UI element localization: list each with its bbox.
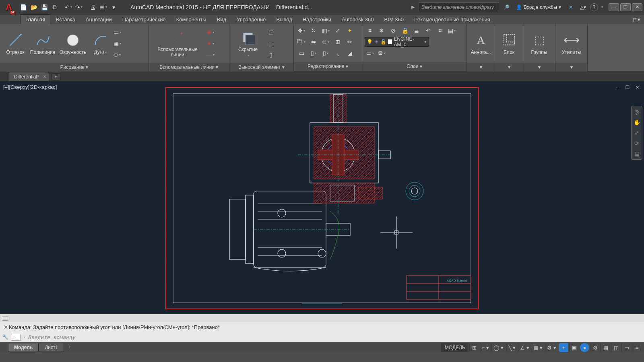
move-icon[interactable]: ✥▾: [296, 26, 307, 35]
command-input[interactable]: 🔧 ▷_ ▾ Введите команду: [0, 332, 644, 342]
array-icon[interactable]: ⊞: [332, 37, 343, 47]
panel-modify-title[interactable]: Редактирование ▾: [294, 62, 362, 71]
measure-button[interactable]: ⟷Утилиты: [558, 26, 585, 61]
annotation-monitor-icon[interactable]: ●: [580, 343, 589, 352]
selection-cycling-icon[interactable]: ▣: [569, 343, 579, 352]
panel-layers-title[interactable]: Слои ▾: [362, 62, 466, 71]
polyline-button[interactable]: Полилиния: [30, 26, 56, 61]
qat-plot-icon[interactable]: 🖨: [88, 2, 97, 12]
restore-button[interactable]: ❐: [620, 3, 631, 11]
fillet-icon[interactable]: ◟: [332, 48, 343, 58]
scale-icon[interactable]: ⤢: [332, 26, 343, 35]
layer-tools-icon[interactable]: ⚙▾: [376, 48, 387, 58]
vp-close-icon[interactable]: ✕: [634, 84, 641, 90]
tab-a360[interactable]: Autodesk 360: [336, 14, 379, 24]
break-icon[interactable]: ▯: [266, 50, 276, 60]
layer-state-icon[interactable]: ▤▾: [446, 26, 457, 35]
close-button[interactable]: ✕: [632, 3, 642, 11]
qat-more-icon[interactable]: ▾: [109, 2, 118, 12]
rectangle-icon[interactable]: ▭▾: [112, 27, 122, 37]
panel-construction-title[interactable]: Вспомогательные линии ▾: [149, 63, 229, 72]
vp-minimize-icon[interactable]: —: [614, 84, 621, 90]
layer-prop-icon[interactable]: ▭▾: [365, 48, 375, 58]
layout-tab-1[interactable]: Лист1: [39, 343, 64, 352]
qat-saveas-icon[interactable]: 🗎: [50, 2, 60, 12]
mirror2-icon[interactable]: ⇋: [308, 37, 319, 47]
otrack-icon[interactable]: ▦ ▾: [532, 343, 545, 352]
groups-button[interactable]: ⬚Группы: [526, 26, 553, 61]
doc-tab-add[interactable]: +: [52, 73, 60, 80]
qat-redo-icon[interactable]: ↷▾: [74, 2, 84, 12]
powertools-icon[interactable]: ✦: [345, 26, 355, 35]
exchange-icon[interactable]: ✕: [566, 2, 576, 12]
drawing-area[interactable]: [–][Сверху][2D-каркас] — ❐ ✕ ◎ ✋ ⤢ ⟳ ▤: [0, 82, 644, 314]
line-button[interactable]: Отрезок: [2, 26, 28, 61]
tab-insert[interactable]: Вставка: [50, 14, 80, 24]
layout-add-button[interactable]: +: [66, 343, 74, 351]
rotate-icon[interactable]: ↻: [308, 26, 319, 35]
cmd-close-icon[interactable]: ✕: [2, 324, 9, 330]
extend-icon[interactable]: ▯▾: [320, 48, 331, 58]
hardware-accel-icon[interactable]: ▤: [601, 343, 610, 352]
construction-button[interactable]: Вспомогательные линии: [151, 26, 204, 61]
layer-dropdown[interactable]: 💡 ☀ 🔓 ENGINE-AM_0 ▼: [365, 37, 429, 47]
erase-icon[interactable]: ✏: [345, 37, 355, 47]
tab-parametric[interactable]: Параметрические: [117, 14, 171, 24]
detail-view-icon[interactable]: ◫: [266, 27, 276, 37]
cline-ray-icon[interactable]: —▾: [205, 50, 216, 60]
tab-manage[interactable]: Управление: [231, 14, 271, 24]
layer-walk-icon[interactable]: ≡: [435, 26, 445, 35]
hatch-icon[interactable]: ▦▾: [112, 39, 122, 48]
model-space-button[interactable]: МОДЕЛЬ: [441, 343, 469, 352]
offset-icon[interactable]: ⊂▾: [320, 37, 331, 47]
nav-wheel-icon[interactable]: ◎: [634, 109, 639, 115]
tab-bim360[interactable]: BIM 360: [379, 14, 409, 24]
help-icon[interactable]: ?: [590, 3, 598, 11]
hide-button[interactable]: Скрытие▾: [232, 26, 264, 61]
dyn-input-icon[interactable]: +: [559, 343, 568, 352]
nav-zoom-icon[interactable]: ⤢: [634, 130, 639, 136]
tab-addins[interactable]: Надстройки: [297, 14, 336, 24]
grid-icon[interactable]: ⊞: [469, 343, 479, 352]
panel-detail-title[interactable]: Выносной элемент ▾: [229, 63, 293, 72]
signin-button[interactable]: 👤 Вход в службы ▾: [514, 4, 564, 10]
qat-new-icon[interactable]: 📄: [19, 2, 28, 12]
layer-prev-icon[interactable]: ↶: [423, 26, 433, 35]
qat-undo-icon[interactable]: ↶▾: [64, 2, 73, 12]
layer-freeze-icon[interactable]: ❄: [376, 26, 387, 35]
panel-draw-title[interactable]: Рисование ▾: [0, 63, 149, 72]
stretch-icon[interactable]: ▭: [296, 48, 307, 58]
tab-annotate[interactable]: Аннотации: [80, 14, 117, 24]
tab-output[interactable]: Вывод: [271, 14, 297, 24]
layer-iso-icon[interactable]: ≡: [365, 26, 375, 35]
model-tab[interactable]: Модель: [8, 343, 39, 352]
cmd-customize-icon[interactable]: 🔧: [2, 334, 8, 340]
qat-preview-icon[interactable]: ▤▾: [98, 2, 108, 12]
close-icon[interactable]: ✕: [43, 74, 46, 79]
snap-icon[interactable]: ⌐ ▾: [480, 343, 491, 352]
layer-lock-icon[interactable]: 🔒: [400, 26, 410, 35]
circle-button[interactable]: Окружность: [57, 26, 89, 61]
a360-icon[interactable]: ◬▾: [578, 2, 588, 12]
customize-status-icon[interactable]: ≡: [632, 343, 642, 352]
viewport-label[interactable]: [–][Сверху][2D-каркас]: [3, 84, 57, 90]
layer-off-icon[interactable]: ⊘: [388, 26, 398, 35]
app-logo[interactable]: A: [2, 0, 16, 14]
isolate-icon[interactable]: ◫: [611, 343, 621, 352]
polar-icon[interactable]: ╲ ▾: [506, 343, 518, 352]
panel-annotation-title[interactable]: ▾: [467, 63, 495, 72]
osnap-icon[interactable]: ∠ ▾: [518, 343, 531, 352]
search-input[interactable]: Введите ключевое слово/фразу: [419, 2, 499, 12]
nav-pan-icon[interactable]: ✋: [634, 119, 640, 125]
copy-icon[interactable]: ⿻▾: [296, 37, 307, 47]
ellipse-icon[interactable]: ⬭▾: [112, 50, 122, 60]
cmd-grip-icon[interactable]: [2, 316, 8, 321]
tab-view[interactable]: Вид: [212, 14, 232, 24]
panel-block-title[interactable]: ▾: [495, 63, 523, 72]
qat-open-icon[interactable]: 📂: [29, 2, 39, 12]
clean-screen-icon[interactable]: ▭: [621, 343, 631, 352]
ortho-icon[interactable]: ◯ ▾: [491, 343, 506, 352]
chamfer-icon[interactable]: ◢: [345, 48, 355, 58]
minimize-button[interactable]: —: [609, 3, 619, 11]
infocenter-icon[interactable]: 🔎: [502, 2, 511, 12]
